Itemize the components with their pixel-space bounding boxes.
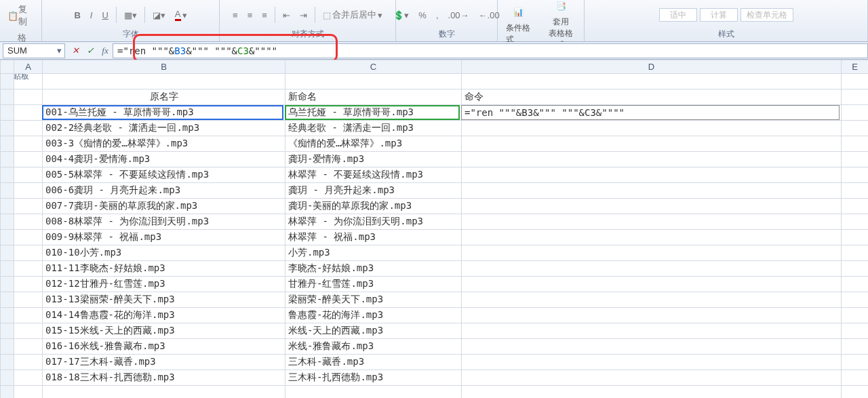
cell-b[interactable]: 004-4龚玥-爱情海.mp3: [43, 152, 285, 167]
col-header-C[interactable]: C: [285, 60, 462, 74]
cell-c[interactable]: 米线-雅鲁藏布.mp3: [285, 339, 462, 355]
cell-d[interactable]: [462, 121, 842, 136]
cell-c[interactable]: 小芳.mp3: [285, 245, 462, 261]
cell[interactable]: [285, 74, 462, 89]
cell[interactable]: [43, 386, 285, 399]
cell[interactable]: [14, 245, 43, 261]
cell[interactable]: [14, 214, 43, 230]
cell-c[interactable]: 乌兰托娅 - 草原情哥哥.mp3: [285, 105, 462, 121]
col-header-D[interactable]: D: [462, 60, 842, 74]
cell-b[interactable]: 003-3《痴情的爱…林翠萍》.mp3: [43, 136, 285, 152]
cell-d[interactable]: [462, 308, 842, 323]
cell-b[interactable]: 018-18三木科-扎西德勒.mp3: [43, 370, 285, 386]
cell-b[interactable]: 005-5林翠萍 - 不要延续这段情.mp3: [43, 167, 285, 183]
cancel-formula-button[interactable]: ✕: [68, 43, 83, 58]
cell-b[interactable]: 013-13梁丽荣-醉美天下.mp3: [43, 292, 285, 308]
row-header[interactable]: [1, 355, 14, 370]
cell-b[interactable]: 017-17三木科-藏香.mp3: [43, 355, 285, 370]
row-header[interactable]: [1, 230, 14, 245]
cell[interactable]: [462, 386, 842, 399]
cell-b[interactable]: 002-2经典老歌 - 潇洒走一回.mp3: [43, 121, 285, 136]
cell[interactable]: [842, 370, 869, 386]
cell-c[interactable]: 三木科-藏香.mp3: [285, 355, 462, 370]
cell[interactable]: [14, 386, 43, 399]
formula-input[interactable]: ="ren """&B3&""" """&C3&"""": [113, 43, 868, 58]
cell[interactable]: [842, 386, 869, 399]
cell-b[interactable]: 015-15米线-天上的西藏.mp3: [43, 323, 285, 339]
cell-b[interactable]: 008-8林翠萍 - 为你流泪到天明.mp3: [43, 214, 285, 230]
currency-button[interactable]: 💲▾: [390, 8, 412, 22]
cell[interactable]: [462, 74, 842, 89]
cell-c[interactable]: 林翠萍 - 不要延续这段情.mp3: [285, 167, 462, 183]
cell-d[interactable]: [462, 214, 842, 230]
cell-b[interactable]: 016-16米线-雅鲁藏布.mp3: [43, 339, 285, 355]
cell-c[interactable]: 鲁惠霞-花的海洋.mp3: [285, 308, 462, 323]
cell-d[interactable]: [462, 323, 842, 339]
cell[interactable]: [14, 89, 43, 105]
cell-b[interactable]: 012-12甘雅丹-红雪莲.mp3: [43, 277, 285, 292]
cell[interactable]: [14, 370, 43, 386]
cell-c[interactable]: 林翠萍 - 为你流泪到天明.mp3: [285, 214, 462, 230]
cell-b[interactable]: 009-9林翠萍 - 祝福.mp3: [43, 230, 285, 245]
cell[interactable]: [842, 199, 869, 214]
cell[interactable]: [842, 89, 869, 105]
cell[interactable]: [285, 386, 462, 399]
cell-d[interactable]: [462, 167, 842, 183]
cell[interactable]: [842, 323, 869, 339]
cell[interactable]: [842, 183, 869, 199]
row-header[interactable]: [1, 277, 14, 292]
cell-b[interactable]: 001-乌兰托娅 - 草原情哥哥.mp3: [43, 105, 285, 121]
fill-color-button[interactable]: ◪▾: [149, 8, 169, 22]
align-right-button[interactable]: ≡: [258, 8, 271, 22]
cell[interactable]: [842, 245, 869, 261]
cell-c[interactable]: 甘雅丹-红雪莲.mp3: [285, 277, 462, 292]
cell[interactable]: [842, 152, 869, 167]
row-header[interactable]: [1, 245, 14, 261]
cell-d[interactable]: [462, 183, 842, 199]
row-header[interactable]: [1, 167, 14, 183]
row-header[interactable]: [1, 121, 14, 136]
row-header[interactable]: [1, 89, 14, 105]
cell-d[interactable]: [462, 292, 842, 308]
underline-button[interactable]: U: [98, 8, 111, 22]
indent-dec-button[interactable]: ⇤: [279, 8, 294, 22]
cell-d[interactable]: [462, 339, 842, 355]
cell-d[interactable]: [462, 199, 842, 214]
font-color-button[interactable]: A▾: [172, 7, 191, 23]
cell[interactable]: [14, 339, 43, 355]
cell-c[interactable]: 米线-天上的西藏.mp3: [285, 323, 462, 339]
cell-d[interactable]: [462, 230, 842, 245]
cell[interactable]: [842, 339, 869, 355]
cell[interactable]: [14, 292, 43, 308]
row-header[interactable]: [1, 308, 14, 323]
row-header[interactable]: [1, 152, 14, 167]
cell-b[interactable]: 014-14鲁惠霞-花的海洋.mp3: [43, 308, 285, 323]
border-button[interactable]: ▦▾: [121, 8, 140, 22]
comma-button[interactable]: ,: [433, 8, 442, 22]
cell-d[interactable]: [462, 136, 842, 152]
cell-header-d[interactable]: 命令: [462, 89, 842, 105]
cell[interactable]: [842, 355, 869, 370]
align-left-button[interactable]: ≡: [229, 8, 241, 22]
align-center-button[interactable]: ≡: [244, 8, 256, 22]
cell[interactable]: [14, 277, 43, 292]
spreadsheet-grid[interactable]: A B C D E 原名字 新命名 命令 001-乌兰托娅 - 草原情哥哥.mp…: [0, 60, 868, 398]
italic-button[interactable]: I: [87, 8, 96, 22]
cell-d[interactable]: [462, 245, 842, 261]
row-header[interactable]: [1, 323, 14, 339]
row-header[interactable]: [1, 74, 14, 89]
cell-b[interactable]: 006-6龚玥 - 月亮升起来.mp3: [43, 183, 285, 199]
row-header[interactable]: [1, 386, 14, 399]
cell[interactable]: [14, 74, 43, 89]
cell-header-c[interactable]: 新命名: [285, 89, 462, 105]
row-header[interactable]: [1, 214, 14, 230]
cell[interactable]: [14, 199, 43, 214]
bold-button[interactable]: B: [71, 8, 83, 22]
cell[interactable]: [43, 74, 285, 89]
style-calc[interactable]: 计算: [700, 8, 738, 22]
cell[interactable]: [842, 308, 869, 323]
cell-c[interactable]: 林翠萍 - 祝福.mp3: [285, 230, 462, 245]
cell-c[interactable]: 龚玥 - 月亮升起来.mp3: [285, 183, 462, 199]
cell-d[interactable]: [462, 277, 842, 292]
cell[interactable]: [842, 121, 869, 136]
